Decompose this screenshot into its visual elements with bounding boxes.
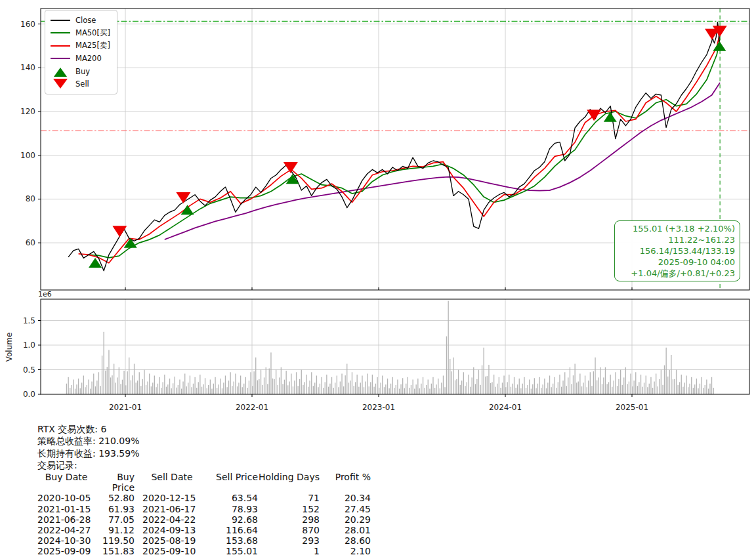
y-axis-tick-label: 80	[26, 194, 35, 203]
trade-table-cell: 2022-04-27	[37, 525, 95, 535]
volume-bar	[208, 385, 209, 394]
trade-table-header: Buy Date	[37, 472, 95, 493]
volume-bar	[614, 381, 614, 394]
volume-bar	[98, 372, 99, 394]
volume-bar	[566, 386, 567, 394]
volume-bar	[681, 375, 682, 394]
volume-bar	[278, 385, 278, 394]
volume-bar	[73, 380, 74, 395]
volume-bar	[514, 377, 514, 394]
trade-table-cell: 2020-12-15	[142, 493, 201, 503]
volume-bar	[120, 384, 121, 394]
trade-table-row: 2021-01-1561.932021-06-1778.9315227.45	[37, 504, 371, 514]
volume-bar	[87, 385, 87, 394]
volume-bar	[232, 386, 232, 394]
volume-bar	[629, 382, 629, 395]
volume-bar	[235, 374, 236, 395]
volume-bar	[588, 381, 589, 394]
trade-table-cell: 153.68	[201, 535, 258, 546]
volume-bar	[417, 379, 418, 394]
volume-bar	[503, 376, 504, 395]
volume-bar	[411, 385, 411, 394]
volume-bar	[546, 388, 547, 394]
volume-bar	[559, 375, 560, 394]
volume-bar	[390, 384, 391, 394]
volume-bar	[289, 382, 290, 395]
volume-bar	[70, 388, 70, 394]
volume-bar	[186, 386, 187, 394]
volume-bar	[66, 384, 67, 394]
volume-bar	[644, 382, 644, 394]
volume-bar	[553, 384, 553, 394]
volume-bar	[311, 372, 312, 394]
volume-bar	[261, 370, 261, 395]
volume-bar	[524, 377, 524, 394]
volume-bar	[286, 371, 287, 394]
volume-bar	[90, 389, 91, 395]
volume-bar	[299, 379, 300, 394]
volume-bar	[230, 372, 231, 394]
volume-bar	[446, 337, 447, 394]
volume-bar	[639, 382, 639, 394]
volume-bar	[215, 377, 215, 394]
volume-bar	[531, 389, 532, 395]
trade-table-cell: 870	[258, 525, 320, 535]
volume-bar	[473, 367, 474, 394]
volume-bar	[338, 387, 339, 394]
volume-bar	[167, 384, 168, 394]
volume-bar	[200, 375, 200, 394]
volume-bar	[309, 381, 310, 394]
sell-triangle-icon	[51, 80, 70, 89]
volume-bar	[408, 377, 408, 394]
volume-bar	[487, 376, 488, 394]
trade-table-cell: 2025-09-10	[142, 546, 201, 556]
volume-bar	[519, 379, 520, 394]
trade-table-cell: 2024-09-13	[142, 525, 201, 535]
buy-marker	[181, 205, 194, 215]
trade-table-cell: 91.12	[95, 525, 135, 535]
volume-bar	[279, 377, 280, 394]
volume-bar	[78, 379, 79, 394]
volume-bar	[152, 382, 153, 394]
volume-bar	[151, 386, 152, 394]
strategy-return-line: 策略总收益率: 210.09%	[37, 435, 139, 447]
trade-table-row: 2021-06-2877.052022-04-2292.6829820.29	[37, 514, 371, 525]
trade-table-cell: 92.68	[201, 514, 258, 525]
volume-bar	[547, 382, 548, 394]
volume-bar	[495, 387, 496, 394]
volume-bar	[195, 377, 196, 394]
volume-bar	[313, 386, 314, 394]
strategy-summary: RTX 交易次数: 6策略总收益率: 210.09%长期持有收益: 193.59…	[37, 423, 139, 471]
volume-bar	[620, 370, 621, 395]
volume-bar	[149, 374, 150, 395]
volume-bar	[316, 376, 317, 395]
volume-bar	[255, 358, 256, 394]
volume-bar	[453, 358, 453, 394]
volume-bar	[630, 374, 631, 395]
volume-bar	[190, 376, 190, 395]
volume-bar	[511, 387, 511, 394]
volume-bar	[396, 385, 396, 394]
trade-table-cell: 20.29	[320, 514, 371, 525]
volume-bar	[461, 381, 462, 394]
trade-table-header-row: Buy DateBuy PriceSell DateSell PriceHold…	[37, 472, 371, 493]
volume-bar	[323, 388, 324, 394]
volume-bar	[618, 379, 619, 394]
legend-item: Close	[51, 14, 110, 27]
volume-panel-border	[41, 299, 749, 394]
volume-bar	[649, 384, 650, 394]
volume-bar	[364, 387, 364, 394]
volume-bar	[318, 387, 318, 394]
annotation-line: 111.22~161.23	[620, 234, 735, 245]
volume-bar	[182, 382, 183, 395]
volume-bar	[331, 377, 332, 394]
volume-bar	[419, 388, 420, 394]
volume-bar	[211, 389, 212, 395]
volume-bar	[696, 379, 697, 394]
volume-bar	[590, 372, 591, 394]
legend-item-label: MA200	[75, 54, 102, 63]
volume-bar	[357, 375, 358, 394]
volume-bar	[673, 379, 673, 394]
volume-bar	[423, 377, 423, 394]
volume-bar	[426, 385, 427, 394]
